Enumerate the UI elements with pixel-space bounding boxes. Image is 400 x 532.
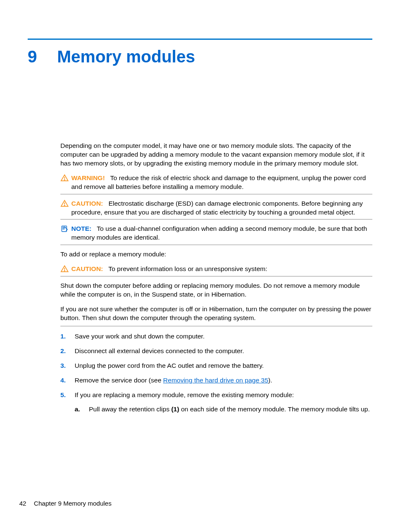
chapter-heading: 9 Memory modules	[28, 47, 372, 66]
unsure-paragraph: If you are not sure whether the computer…	[60, 305, 372, 326]
list-item: 3. Unplug the power cord from the AC out…	[60, 362, 372, 370]
note-icon	[60, 225, 70, 233]
caution-label: CAUTION:	[71, 265, 103, 272]
intro-paragraph: Depending on the computer model, it may …	[60, 142, 372, 168]
substep-text: Pull away the retention clips (1) on eac…	[89, 405, 372, 414]
list-item: 1. Save your work and shut down the comp…	[60, 332, 372, 341]
caution-icon	[60, 199, 70, 208]
page-number: 42	[19, 500, 26, 507]
sub-procedure-list: a. Pull away the retention clips (1) on …	[75, 405, 372, 414]
caution-label: CAUTION:	[71, 200, 103, 207]
step-number: 5.	[60, 391, 75, 414]
svg-point-9	[64, 271, 65, 271]
warning-icon	[60, 174, 70, 182]
substep-post: on each side of the memory module. The m…	[179, 405, 370, 413]
list-item: a. Pull away the retention clips (1) on …	[75, 405, 372, 414]
svg-point-3	[64, 205, 65, 205]
step-text: If you are replacing a memory module, re…	[75, 391, 372, 414]
caution-text-block: CAUTION: To prevent information loss or …	[71, 265, 372, 274]
footer-chapter-label: Chapter 9 Memory modules	[34, 500, 112, 507]
list-item: 5. If you are replacing a memory module,…	[60, 391, 372, 414]
step-number: 1.	[60, 332, 75, 341]
note-callout: NOTE: To use a dual-channel configuratio…	[60, 225, 372, 245]
warning-label: WARNING!	[71, 174, 105, 181]
step-text-pre: Remove the service door (see	[75, 377, 163, 384]
step-number: 2.	[60, 347, 75, 356]
substep-pre: Pull away the retention clips	[89, 405, 171, 413]
body-content: Depending on the computer model, it may …	[60, 142, 372, 414]
list-item: 4. Remove the service door (see Removing…	[60, 376, 372, 385]
list-item: 2. Disconnect all external devices conne…	[60, 347, 372, 356]
step-text-lead: If you are replacing a memory module, re…	[75, 391, 294, 398]
caution-callout: CAUTION: Electrostatic discharge (ESD) c…	[60, 199, 372, 220]
note-text-block: NOTE: To use a dual-channel configuratio…	[71, 225, 372, 242]
caution-text: To prevent information loss or an unresp…	[108, 265, 267, 272]
page-footer: 42 Chapter 9 Memory modules	[19, 500, 112, 507]
document-page: 9 Memory modules Depending on the comput…	[0, 0, 400, 532]
chapter-rule	[28, 39, 372, 40]
note-text: To use a dual-channel configuration when…	[71, 225, 367, 241]
procedure-list: 1. Save your work and shut down the comp…	[60, 332, 372, 414]
warning-text-block: WARNING! To reduce the risk of electric …	[71, 174, 372, 191]
caution-text-block: CAUTION: Electrostatic discharge (ESD) c…	[71, 199, 372, 217]
warning-callout: WARNING! To reduce the risk of electric …	[60, 174, 372, 194]
add-replace-paragraph: To add or replace a memory module:	[60, 250, 372, 259]
step-text: Disconnect all external devices connecte…	[75, 347, 372, 356]
cross-reference-link[interactable]: Removing the hard drive on page 35	[163, 377, 268, 384]
substep-number: a.	[75, 405, 89, 414]
callout-number: (1)	[171, 405, 179, 413]
caution-text: Electrostatic discharge (ESD) can damage…	[71, 200, 363, 216]
step-text: Remove the service door (see Removing th…	[75, 376, 372, 385]
caution-icon	[60, 265, 70, 273]
step-number: 3.	[60, 362, 75, 370]
step-number: 4.	[60, 376, 75, 385]
note-label: NOTE:	[71, 225, 91, 232]
chapter-title: Memory modules	[57, 47, 195, 66]
svg-point-1	[64, 179, 65, 180]
step-text: Unplug the power cord from the AC outlet…	[75, 362, 372, 370]
step-text-post: ).	[268, 377, 272, 384]
chapter-number: 9	[28, 47, 37, 66]
caution-callout: CAUTION: To prevent information loss or …	[60, 265, 372, 276]
shutdown-paragraph: Shut down the computer before adding or …	[60, 281, 372, 299]
step-text: Save your work and shut down the compute…	[75, 332, 372, 341]
warning-text: To reduce the risk of electric shock and…	[71, 174, 366, 190]
